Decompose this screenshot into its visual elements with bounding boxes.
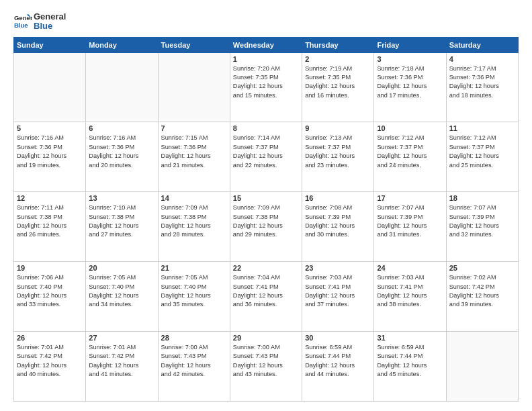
day-number: 24 — [377, 264, 443, 272]
day-info: Sunrise: 7:01 AM Sunset: 7:42 PM Dayligh… — [17, 343, 83, 379]
day-info: Sunrise: 7:11 AM Sunset: 7:38 PM Dayligh… — [17, 203, 83, 239]
header: General Blue General Blue — [13, 12, 519, 32]
day-number: 31 — [377, 334, 443, 342]
day-number: 20 — [89, 264, 154, 272]
weekday-header-thursday: Thursday — [302, 37, 374, 52]
logo-line2: Blue — [34, 21, 66, 31]
weekday-header-tuesday: Tuesday — [158, 37, 230, 52]
calendar-cell: 19Sunrise: 7:06 AM Sunset: 7:40 PM Dayli… — [14, 262, 86, 332]
day-number: 11 — [449, 124, 515, 132]
calendar-cell: 12Sunrise: 7:11 AM Sunset: 7:38 PM Dayli… — [14, 192, 86, 262]
day-info: Sunrise: 7:09 AM Sunset: 7:38 PM Dayligh… — [233, 203, 299, 239]
day-info: Sunrise: 7:20 AM Sunset: 7:35 PM Dayligh… — [233, 64, 299, 100]
week-row-5: 26Sunrise: 7:01 AM Sunset: 7:42 PM Dayli… — [14, 332, 519, 402]
weekday-header-wednesday: Wednesday — [230, 37, 302, 52]
day-info: Sunrise: 7:16 AM Sunset: 7:36 PM Dayligh… — [89, 134, 154, 169]
day-number: 6 — [89, 124, 154, 132]
calendar-table: SundayMondayTuesdayWednesdayThursdayFrid… — [13, 37, 519, 402]
day-info: Sunrise: 7:17 AM Sunset: 7:36 PM Dayligh… — [449, 64, 515, 100]
weekday-header-saturday: Saturday — [446, 37, 518, 52]
day-info: Sunrise: 7:12 AM Sunset: 7:37 PM Dayligh… — [377, 134, 443, 169]
calendar-cell: 29Sunrise: 7:00 AM Sunset: 7:43 PM Dayli… — [230, 332, 302, 402]
day-number: 2 — [305, 55, 371, 63]
day-info: Sunrise: 7:00 AM Sunset: 7:43 PM Dayligh… — [233, 343, 299, 379]
calendar-cell: 2Sunrise: 7:19 AM Sunset: 7:35 PM Daylig… — [302, 52, 374, 122]
day-info: Sunrise: 7:00 AM Sunset: 7:43 PM Dayligh… — [161, 343, 227, 379]
logo-icon: General Blue — [13, 12, 32, 31]
calendar-cell: 11Sunrise: 7:12 AM Sunset: 7:37 PM Dayli… — [446, 122, 518, 192]
day-number: 19 — [17, 264, 83, 272]
day-number: 22 — [233, 264, 299, 272]
day-info: Sunrise: 7:15 AM Sunset: 7:36 PM Dayligh… — [161, 134, 227, 169]
calendar-cell: 24Sunrise: 7:03 AM Sunset: 7:41 PM Dayli… — [374, 262, 446, 332]
day-number: 13 — [89, 194, 154, 202]
day-info: Sunrise: 7:05 AM Sunset: 7:40 PM Dayligh… — [161, 273, 227, 309]
day-number: 25 — [449, 264, 515, 272]
day-number: 16 — [305, 194, 371, 202]
svg-text:General: General — [14, 15, 32, 22]
day-info: Sunrise: 7:06 AM Sunset: 7:40 PM Dayligh… — [17, 273, 83, 309]
calendar-cell: 5Sunrise: 7:16 AM Sunset: 7:36 PM Daylig… — [14, 122, 86, 192]
page: General Blue General Blue SundayMondayTu… — [0, 0, 532, 411]
calendar-cell: 18Sunrise: 7:07 AM Sunset: 7:39 PM Dayli… — [446, 192, 518, 262]
day-number: 18 — [449, 194, 515, 202]
calendar-cell: 25Sunrise: 7:02 AM Sunset: 7:42 PM Dayli… — [446, 262, 518, 332]
calendar-cell: 17Sunrise: 7:07 AM Sunset: 7:39 PM Dayli… — [374, 192, 446, 262]
day-info: Sunrise: 7:02 AM Sunset: 7:42 PM Dayligh… — [449, 273, 515, 309]
calendar-cell: 21Sunrise: 7:05 AM Sunset: 7:40 PM Dayli… — [158, 262, 230, 332]
calendar-cell: 8Sunrise: 7:14 AM Sunset: 7:37 PM Daylig… — [230, 122, 302, 192]
weekday-header-sunday: Sunday — [14, 37, 86, 52]
calendar-cell — [86, 52, 158, 122]
calendar-cell: 16Sunrise: 7:08 AM Sunset: 7:39 PM Dayli… — [302, 192, 374, 262]
day-number: 9 — [305, 124, 371, 132]
calendar-cell — [14, 52, 86, 122]
day-info: Sunrise: 7:04 AM Sunset: 7:41 PM Dayligh… — [233, 273, 299, 309]
calendar-cell: 20Sunrise: 7:05 AM Sunset: 7:40 PM Dayli… — [86, 262, 158, 332]
calendar-cell — [158, 52, 230, 122]
day-number: 21 — [161, 264, 227, 272]
day-number: 28 — [161, 334, 227, 342]
day-info: Sunrise: 7:07 AM Sunset: 7:39 PM Dayligh… — [449, 203, 515, 239]
calendar-cell: 28Sunrise: 7:00 AM Sunset: 7:43 PM Dayli… — [158, 332, 230, 402]
calendar-cell: 4Sunrise: 7:17 AM Sunset: 7:36 PM Daylig… — [446, 52, 518, 122]
calendar-cell: 13Sunrise: 7:10 AM Sunset: 7:38 PM Dayli… — [86, 192, 158, 262]
weekday-header-friday: Friday — [374, 37, 446, 52]
day-info: Sunrise: 7:19 AM Sunset: 7:35 PM Dayligh… — [305, 64, 371, 100]
calendar-cell: 1Sunrise: 7:20 AM Sunset: 7:35 PM Daylig… — [230, 52, 302, 122]
calendar-cell: 7Sunrise: 7:15 AM Sunset: 7:36 PM Daylig… — [158, 122, 230, 192]
calendar-cell: 15Sunrise: 7:09 AM Sunset: 7:38 PM Dayli… — [230, 192, 302, 262]
calendar-cell: 31Sunrise: 6:59 AM Sunset: 7:44 PM Dayli… — [374, 332, 446, 402]
calendar-header-row: SundayMondayTuesdayWednesdayThursdayFrid… — [14, 37, 519, 52]
day-number: 3 — [377, 55, 443, 63]
calendar-cell: 22Sunrise: 7:04 AM Sunset: 7:41 PM Dayli… — [230, 262, 302, 332]
day-number: 5 — [17, 124, 83, 132]
day-info: Sunrise: 7:09 AM Sunset: 7:38 PM Dayligh… — [161, 203, 227, 239]
day-info: Sunrise: 6:59 AM Sunset: 7:44 PM Dayligh… — [305, 343, 371, 379]
weekday-header-monday: Monday — [86, 37, 158, 52]
day-number: 15 — [233, 194, 299, 202]
calendar-cell: 10Sunrise: 7:12 AM Sunset: 7:37 PM Dayli… — [374, 122, 446, 192]
logo: General Blue General Blue — [13, 12, 66, 32]
calendar-cell: 14Sunrise: 7:09 AM Sunset: 7:38 PM Dayli… — [158, 192, 230, 262]
day-info: Sunrise: 7:14 AM Sunset: 7:37 PM Dayligh… — [233, 134, 299, 169]
day-number: 12 — [17, 194, 83, 202]
day-number: 26 — [17, 334, 83, 342]
calendar-cell: 23Sunrise: 7:03 AM Sunset: 7:41 PM Dayli… — [302, 262, 374, 332]
day-number: 8 — [233, 124, 299, 132]
day-number: 23 — [305, 264, 371, 272]
day-number: 29 — [233, 334, 299, 342]
calendar-cell: 26Sunrise: 7:01 AM Sunset: 7:42 PM Dayli… — [14, 332, 86, 402]
week-row-1: 1Sunrise: 7:20 AM Sunset: 7:35 PM Daylig… — [14, 52, 519, 122]
calendar-cell — [446, 332, 518, 402]
day-info: Sunrise: 7:18 AM Sunset: 7:36 PM Dayligh… — [377, 64, 443, 100]
week-row-2: 5Sunrise: 7:16 AM Sunset: 7:36 PM Daylig… — [14, 122, 519, 192]
logo-line1: General — [34, 12, 66, 21]
day-info: Sunrise: 7:10 AM Sunset: 7:38 PM Dayligh… — [89, 203, 154, 239]
day-info: Sunrise: 6:59 AM Sunset: 7:44 PM Dayligh… — [377, 343, 443, 379]
day-info: Sunrise: 7:12 AM Sunset: 7:37 PM Dayligh… — [449, 134, 515, 169]
week-row-4: 19Sunrise: 7:06 AM Sunset: 7:40 PM Dayli… — [14, 262, 519, 332]
day-number: 10 — [377, 124, 443, 132]
calendar-cell: 30Sunrise: 6:59 AM Sunset: 7:44 PM Dayli… — [302, 332, 374, 402]
day-number: 4 — [449, 55, 515, 63]
day-info: Sunrise: 7:03 AM Sunset: 7:41 PM Dayligh… — [305, 273, 371, 309]
